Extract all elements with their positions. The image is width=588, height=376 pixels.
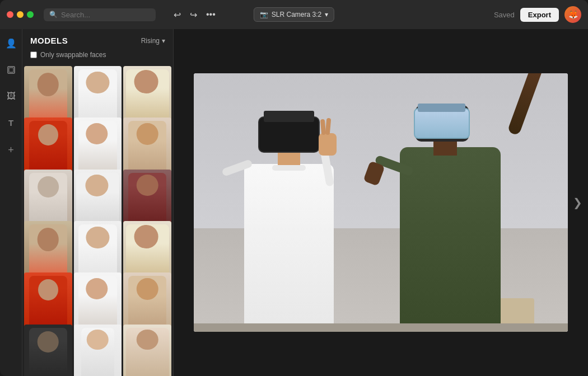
swappable-faces-checkbox[interactable] <box>30 51 37 58</box>
model-card[interactable] <box>24 325 72 376</box>
search-input[interactable] <box>61 11 145 19</box>
export-button[interactable]: Export <box>520 8 559 22</box>
model-card[interactable] <box>123 325 171 376</box>
canvas-area: ❯ <box>174 29 588 376</box>
vr-scene <box>194 73 568 332</box>
sort-button[interactable]: Rising ▾ <box>141 37 165 45</box>
close-button[interactable] <box>7 11 13 18</box>
search-bar[interactable]: 🔍 <box>44 8 156 21</box>
filter-row: Only swappable faces <box>22 50 173 64</box>
avatar[interactable]: 🦊 <box>564 6 581 23</box>
minimize-button[interactable] <box>17 11 24 18</box>
undo-button[interactable]: ↩ <box>171 7 183 22</box>
camera-label: SLR Camera 3:2 <box>272 11 321 18</box>
toolbar-actions: ↩ ↪ ••• <box>171 7 218 22</box>
more-button[interactable]: ••• <box>204 7 218 22</box>
camera-icon: 📷 <box>260 11 268 18</box>
title-bar: 🔍 ↩ ↪ ••• 📷 SLR Camera 3:2 ▾ Saved Expor… <box>0 0 588 29</box>
sidebar-item-person[interactable]: 👤 <box>2 35 20 52</box>
chevron-down-icon: ▾ <box>162 37 165 45</box>
main-image <box>194 73 568 332</box>
search-icon: 🔍 <box>49 11 58 18</box>
icon-bar: 👤 🖼 T + <box>0 29 22 376</box>
panel-title: MODELS <box>30 36 68 45</box>
checkbox-label: Only swappable faces <box>40 51 106 59</box>
center-controls: 📷 SLR Camera 3:2 ▾ <box>254 7 334 22</box>
camera-selector[interactable]: 📷 SLR Camera 3:2 ▾ <box>254 7 334 22</box>
maximize-button[interactable] <box>27 11 34 18</box>
panel-header: MODELS Rising ▾ <box>22 29 173 50</box>
sidebar-item-add[interactable]: + <box>4 141 17 159</box>
traffic-lights <box>7 11 34 18</box>
side-panel: MODELS Rising ▾ Only swappable faces Fac… <box>22 29 174 376</box>
main-layout: 👤 🖼 T + MODELS Rising ▾ Only swappable f… <box>0 29 588 376</box>
right-controls: Saved Export 🦊 <box>494 6 581 23</box>
model-card[interactable] <box>74 325 122 376</box>
sidebar-item-text[interactable]: T <box>5 115 17 131</box>
redo-button[interactable]: ↪ <box>188 7 199 22</box>
canvas-chevron[interactable]: ❯ <box>573 196 582 209</box>
svg-rect-1 <box>9 68 13 72</box>
chevron-down-icon: ▾ <box>325 11 328 18</box>
saved-status: Saved <box>494 11 515 19</box>
sidebar-item-image[interactable]: 🖼 <box>3 88 19 105</box>
sort-label: Rising <box>141 37 160 45</box>
sidebar-item-layers[interactable] <box>3 62 19 78</box>
models-grid: Face Face AI <box>22 64 173 376</box>
